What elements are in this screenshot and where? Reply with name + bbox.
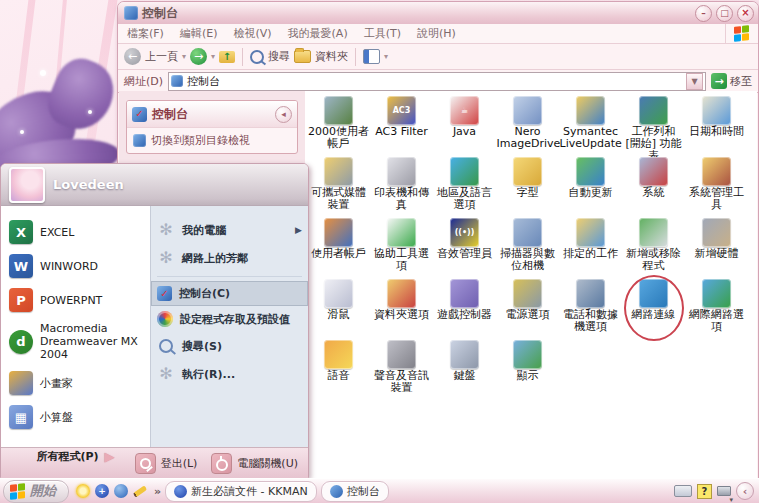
system-place-item[interactable]: 設定程式存取及預設值 (151, 306, 308, 332)
search-label[interactable]: 搜尋 (268, 49, 290, 64)
turn-off-computer-button[interactable]: 電腦關機(U) (211, 453, 298, 474)
control-panel-item[interactable]: Symantec LiveUpdate (560, 95, 622, 156)
log-off-button[interactable]: 登出(L) (135, 453, 198, 474)
views-dropdown-icon[interactable]: ▾ (384, 52, 388, 61)
pinned-program-item[interactable]: ▦小算盤 (1, 400, 150, 434)
system-place-item[interactable]: 搜尋(S) (151, 332, 308, 360)
forward-icon[interactable]: → (190, 48, 207, 65)
address-dropdown-icon[interactable]: ▼ (686, 73, 703, 90)
menu-file[interactable]: 檔案(F) (120, 24, 171, 43)
control-panel-item-label: AC3 Filter (371, 126, 433, 138)
forward-dropdown-icon[interactable]: ▾ (211, 52, 215, 61)
quick-launch-overflow-icon[interactable]: » (154, 485, 161, 498)
control-panel-item[interactable]: 新增或移除程式 (623, 217, 685, 278)
control-panel-icon: ✓ (157, 286, 172, 301)
window-title: 控制台 (142, 5, 691, 22)
control-panel-item[interactable]: 2000使用者帳戶 (308, 95, 370, 156)
system-place-item[interactable]: ✻我的電腦▶ (151, 216, 308, 244)
collapse-panel-icon[interactable]: ◂ (275, 106, 292, 123)
control-panel-item[interactable]: ((•))音效管理員 (434, 217, 496, 278)
switch-to-category-view-link[interactable]: 切換到類別目錄檢視 (127, 128, 297, 153)
close-button[interactable]: × (737, 5, 754, 22)
printer-icon[interactable] (717, 486, 731, 496)
system-place-item[interactable]: ✻執行(R)... (151, 360, 308, 388)
control-panel-item-label: Java (434, 126, 496, 138)
back-icon[interactable]: ← (124, 48, 141, 65)
maximize-button[interactable]: □ (716, 5, 733, 22)
address-input[interactable]: 控制台 ▼ (168, 72, 706, 91)
system-place-item[interactable]: ✓控制台(C) (151, 281, 308, 306)
quick-launch-bar: + (73, 484, 150, 498)
control-panel-item[interactable]: 顯示 (497, 339, 559, 400)
menu-tools[interactable]: 工具(T) (357, 24, 408, 43)
control-panel-item[interactable]: 聲音及音訊裝置 (371, 339, 433, 400)
ime-help-icon[interactable]: ? (697, 484, 712, 499)
title-bar[interactable]: 控制台 – □ × (118, 2, 758, 24)
control-panel-item[interactable]: Nero ImageDrive (497, 95, 559, 156)
back-label[interactable]: 上一頁 (145, 49, 178, 64)
control-panel-item[interactable]: 電話和數據機選項 (560, 278, 622, 339)
folders-icon[interactable] (294, 50, 311, 63)
show-desktop-icon[interactable] (76, 484, 90, 498)
control-panel-item[interactable]: 字型 (497, 156, 559, 217)
control-panel-item[interactable]: 自動更新 (560, 156, 622, 217)
pinned-program-item[interactable]: WWINWORD (1, 249, 150, 283)
menu-help[interactable]: 說明(H) (410, 24, 463, 43)
program-defaults-icon (157, 311, 173, 327)
control-panel-item[interactable]: 使用者帳戶 (308, 217, 370, 278)
up-icon[interactable]: ↑ (219, 51, 235, 63)
control-panel-item[interactable]: 網路連線 (623, 278, 685, 339)
go-arrow-icon: → (711, 73, 727, 89)
control-panel-check-icon: ✓ (132, 107, 147, 122)
control-panel-item[interactable]: 日期和時間 (686, 95, 748, 156)
keyboard-icon[interactable] (674, 485, 692, 497)
control-panel-item[interactable]: 鍵盤 (434, 339, 496, 400)
control-panel-item[interactable]: 印表機和傳真 (371, 156, 433, 217)
control-panel-item[interactable]: 排定的工作 (560, 217, 622, 278)
start-button[interactable]: 開始 (3, 480, 69, 503)
control-panel-item[interactable]: 系統管理工具 (686, 156, 748, 217)
control-panel-item-icon (513, 340, 542, 369)
go-button[interactable]: → 移至 (711, 73, 752, 89)
system-place-label: 控制台(C) (179, 286, 230, 301)
system-place-label: 設定程式存取及預設值 (180, 312, 290, 327)
pinned-program-item[interactable]: dMacromedia Dreamweaver MX 2004 (1, 317, 150, 366)
control-panel-item[interactable]: 遊戲控制器 (434, 278, 496, 339)
control-panel-item[interactable]: 語音 (308, 339, 370, 400)
views-icon[interactable] (363, 49, 380, 64)
control-panel-item[interactable]: 工作列和 [開始] 功能表 (623, 95, 685, 156)
control-panel-item[interactable]: 網際網路選項 (686, 278, 748, 339)
control-panel-item[interactable]: 可攜式媒體裝置 (308, 156, 370, 217)
browser-icon[interactable] (114, 484, 128, 498)
control-panel-item[interactable]: 協助工具選項 (371, 217, 433, 278)
search-icon[interactable] (250, 50, 264, 64)
control-panel-item[interactable]: 滑鼠 (308, 278, 370, 339)
pinned-program-item[interactable]: 小畫家 (1, 366, 150, 400)
control-panel-item-icon (702, 218, 731, 247)
task-button[interactable]: 控制台 (321, 481, 389, 502)
control-panel-item[interactable]: 系統 (623, 156, 685, 217)
back-dropdown-icon[interactable]: ▾ (182, 52, 186, 61)
menu-favorites[interactable]: 我的最愛(A) (281, 24, 355, 43)
system-place-item[interactable]: ✻網路上的芳鄰 (151, 244, 308, 272)
control-panel-item[interactable]: 地區及語言選項 (434, 156, 496, 217)
folders-label[interactable]: 資料夾 (315, 49, 348, 64)
control-panel-item[interactable]: ☕Java (434, 95, 496, 156)
kkman-icon[interactable]: + (95, 484, 109, 498)
task-button[interactable]: 新生必讀文件 - KKMAN (165, 481, 317, 502)
control-panel-item[interactable]: 電源選項 (497, 278, 559, 339)
program-label: EXCEL (40, 226, 74, 239)
menu-edit[interactable]: 編輯(E) (173, 24, 225, 43)
control-panel-item-label: 語音 (308, 370, 370, 382)
control-panel-item[interactable]: 資料夾選項 (371, 278, 433, 339)
pinned-program-item[interactable]: PPOWERPNT (1, 283, 150, 317)
pinned-program-item[interactable]: XEXCEL (1, 215, 150, 249)
pencil-icon[interactable] (133, 485, 147, 497)
tray-collapse-icon[interactable]: ‹ (736, 482, 754, 500)
control-panel-item[interactable]: 掃描器與數位相機 (497, 217, 559, 278)
minimize-button[interactable]: – (695, 5, 712, 22)
control-panel-item[interactable]: 新增硬體 (686, 217, 748, 278)
all-programs-button[interactable]: 所有程式(P)▶ (1, 442, 150, 471)
menu-view[interactable]: 檢視(V) (226, 24, 278, 43)
control-panel-item[interactable]: AC3AC3 Filter (371, 95, 433, 156)
